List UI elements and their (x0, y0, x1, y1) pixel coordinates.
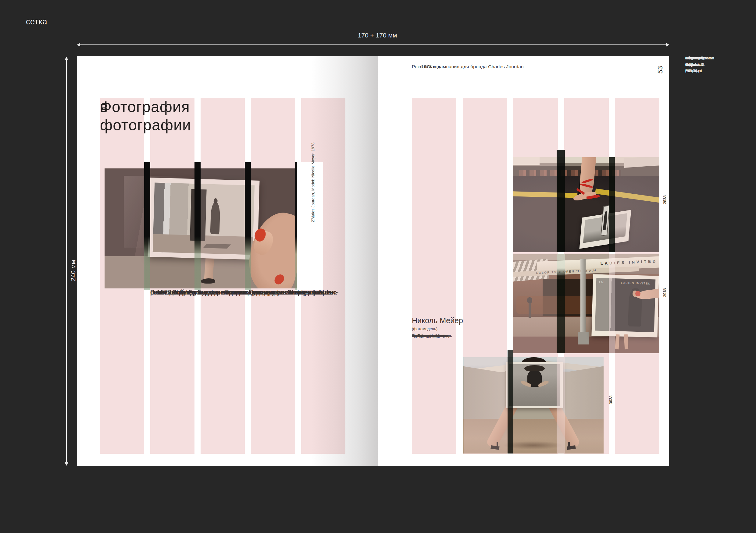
pink-overlay-stripe (201, 168, 245, 289)
caption-year: 1978 (663, 288, 667, 297)
pink-overlay-stripe (464, 357, 507, 453)
pink-overlay-stripe (105, 168, 145, 289)
utility-pole (580, 259, 585, 338)
photo-28a-scene (513, 157, 660, 252)
photo-29a-ladies-invited: LADIES INVITED COLOR TV ★ OPEN 'TIL 2 A.… (513, 254, 660, 353)
photo-27a-street-frame (105, 168, 297, 289)
left-dimension-arrow (66, 57, 67, 465)
pink-overlay-stripe (513, 254, 557, 353)
pink-overlay-stripe (565, 357, 604, 453)
gutter-light-bar (609, 254, 615, 353)
pole-base (578, 332, 589, 344)
title-line-2: в фотографии (100, 98, 191, 134)
caption-year: 1978 (609, 395, 613, 404)
magazine-spread: Фотография в фотографии (77, 56, 669, 466)
top-dimension-label: 170 + 170 мм (358, 32, 397, 39)
photo-in-photo (509, 364, 560, 406)
gutter-bar (245, 162, 251, 290)
running-header-year: 1978 год (421, 64, 440, 69)
gutter-bar (195, 162, 201, 290)
gutter-light-bar (557, 357, 565, 453)
gutter-bar (557, 254, 565, 353)
pink-overlay-stripe (615, 157, 660, 252)
gutter-bar (144, 162, 150, 290)
left-dimension-label: 240 мм (69, 260, 77, 281)
caption-margin-strip (297, 162, 323, 290)
pink-overlay-stripe (615, 254, 660, 353)
model-name: Николь Мейер (412, 316, 463, 325)
photo-28a-red-sandal (513, 157, 660, 252)
caption-text: Charles Jourdan, Model: Nicolle Meyer, 1… (311, 142, 315, 222)
gutter-bar (557, 150, 565, 252)
arrow-down-icon (65, 462, 68, 466)
gutter-bar (609, 157, 615, 252)
page-number: 53 (656, 66, 664, 73)
photo-29a-scene: LADIES INVITED COLOR TV ★ OPEN 'TIL 2 A.… (513, 254, 660, 353)
arrow-up-icon (65, 57, 68, 60)
grid-presentation-canvas: сетка 170 + 170 мм 240 мм формат: 170 × … (0, 0, 756, 533)
caption-year: 1978 (663, 195, 667, 204)
model-role: (фотомодель) (412, 326, 438, 331)
photo-27a-scene (105, 168, 297, 289)
photo-30a-garage (463, 357, 604, 453)
arrow-left-icon (77, 43, 80, 47)
pink-overlay-stripe (513, 157, 557, 252)
gutter-bar (507, 350, 513, 453)
inner-am-sign: A.M. (598, 281, 604, 284)
arrow-right-icon (666, 43, 669, 47)
top-dimension-arrow (77, 44, 669, 45)
page-title: сетка (26, 17, 47, 27)
held-print (506, 362, 563, 408)
photo-30a-scene (463, 357, 604, 453)
grid-column (412, 98, 456, 454)
